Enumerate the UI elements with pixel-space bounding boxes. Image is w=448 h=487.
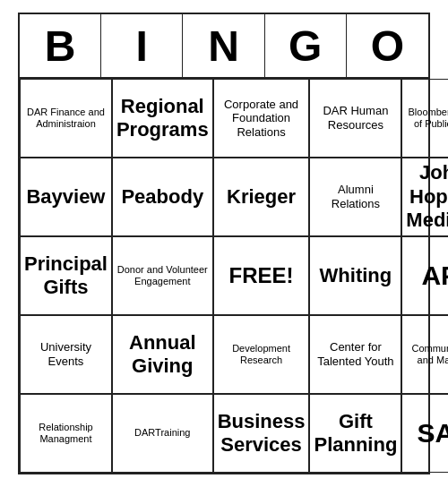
bingo-cell: Whiting [309, 236, 401, 315]
bingo-cell: Bloomberg School of Public Health [401, 79, 448, 158]
bingo-cell: Johns Hopkins Medicine [401, 158, 448, 236]
bingo-cell: SAIS [401, 394, 448, 473]
bingo-cell: APL [401, 236, 448, 315]
bingo-cell: Regional Programs [112, 79, 213, 158]
bingo-cell: Krieger [213, 158, 310, 236]
bingo-cell: FREE! [213, 236, 310, 315]
header-letter: I [101, 14, 183, 77]
bingo-cell: Corporate and Foundation Relations [213, 79, 310, 158]
header-letter: B [20, 14, 101, 77]
bingo-header: BINGO [20, 14, 428, 79]
bingo-cell: Relationship Managment [20, 394, 112, 473]
bingo-cell: Annual Giving [112, 315, 213, 394]
bingo-cell: Communications and Marketing [401, 315, 448, 394]
bingo-cell: University Events [20, 315, 112, 394]
header-letter: O [347, 14, 428, 77]
bingo-card: BINGO DAR Finance and AdministraionRegio… [18, 13, 430, 474]
bingo-cell: Alumni Relations [309, 158, 401, 236]
bingo-cell: Development Research [213, 315, 310, 394]
header-letter: N [183, 14, 264, 77]
bingo-cell: DARTraining [112, 394, 213, 473]
bingo-cell: Business Services [213, 394, 310, 473]
bingo-cell: Donor and Volunteer Engagement [112, 236, 213, 315]
bingo-cell: Principal Gifts [20, 236, 112, 315]
header-letter: G [265, 14, 347, 77]
bingo-cell: Bayview [20, 158, 112, 236]
bingo-cell: DAR Finance and Administraion [20, 79, 112, 158]
bingo-grid: DAR Finance and AdministraionRegional Pr… [20, 79, 428, 473]
bingo-cell: Gift Planning [309, 394, 401, 473]
bingo-cell: DAR Human Resources [309, 79, 401, 158]
bingo-cell: Center for Talented Youth [309, 315, 401, 394]
bingo-cell: Peabody [112, 158, 213, 236]
